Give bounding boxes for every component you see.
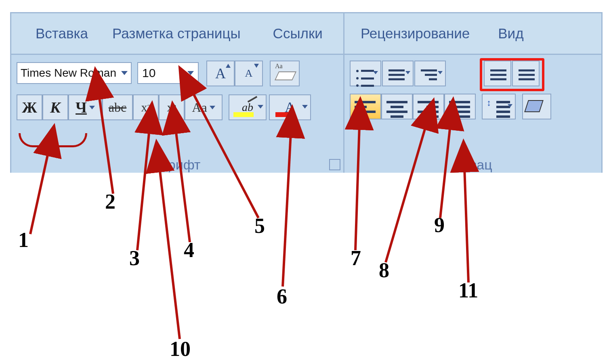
line-spacing-button[interactable]: ↕ — [482, 94, 516, 119]
chevron-down-icon — [89, 106, 95, 109]
numbered-list-button[interactable] — [382, 61, 414, 86]
ribbon-tabs-left: Вставка Разметка страницы Ссылки — [11, 13, 344, 55]
align-left-button[interactable] — [350, 94, 381, 119]
align-left-icon — [355, 98, 376, 120]
font-color-swatch — [275, 112, 295, 117]
font-size-combo[interactable]: 10 — [137, 62, 199, 84]
chevron-down-icon — [302, 105, 308, 109]
font-size-value: 10 — [142, 66, 155, 80]
italic-button[interactable]: К — [42, 94, 68, 120]
highlight-color-button[interactable]: ab — [229, 94, 267, 120]
annotation-label-9: 9 — [434, 213, 445, 237]
chevron-down-icon — [210, 106, 215, 109]
paint-bucket-icon — [524, 100, 544, 112]
font-group-title: Шрифт — [11, 157, 344, 173]
annotation-label-10: 10 — [170, 337, 191, 361]
decrease-indent-button[interactable] — [484, 61, 511, 86]
tab-references[interactable]: Ссылки — [273, 25, 323, 42]
chevron-down-icon — [508, 104, 512, 107]
annotation-label-8: 8 — [379, 258, 389, 282]
increase-indent-button[interactable] — [512, 61, 540, 86]
chevron-down-icon — [373, 71, 378, 74]
paragraph-group-body: ↕ Абзац — [344, 55, 601, 173]
increase-indent-icon — [519, 67, 535, 83]
annotation-label-5: 5 — [254, 214, 265, 238]
annotation-label-6: 6 — [277, 285, 287, 308]
chevron-down-icon — [258, 105, 263, 109]
annotation-label-1: 1 — [18, 228, 29, 252]
annotation-label-7: 7 — [351, 246, 361, 270]
decrease-indent-icon — [490, 67, 506, 83]
align-right-icon — [418, 98, 439, 120]
brace-1 — [19, 133, 87, 147]
svg-line-10 — [464, 167, 468, 282]
superscript-digit: 2 — [173, 104, 176, 111]
letter-x: x — [141, 100, 147, 114]
bold-button[interactable]: Ж — [17, 94, 42, 120]
font-dialog-launcher[interactable] — [329, 159, 340, 170]
highlight-swatch — [233, 112, 254, 117]
align-center-icon — [386, 98, 407, 120]
grow-font-button[interactable]: A — [206, 61, 235, 86]
superscript-button[interactable]: x2 — [159, 94, 185, 120]
chevron-down-icon — [121, 71, 128, 75]
font-group-body: Times New Roman 10 A A Ж К Ч abc — [11, 55, 344, 173]
font-name-combo[interactable]: Times New Roman — [17, 62, 132, 84]
arrows-vertical-icon: ↕ — [487, 98, 491, 108]
chevron-down-icon — [187, 71, 194, 75]
eraser-icon — [277, 67, 293, 79]
annotation-label-11: 11 — [458, 278, 478, 302]
font-color-button[interactable]: A — [269, 94, 311, 120]
subscript-digit: 2 — [147, 104, 151, 111]
letter-x: x — [167, 100, 173, 114]
clear-formatting-button[interactable] — [270, 61, 300, 86]
tab-insert[interactable]: Вставка — [36, 25, 88, 42]
font-name-value: Times New Roman — [21, 67, 116, 79]
justify-button[interactable] — [444, 94, 476, 119]
underline-button[interactable]: Ч — [68, 94, 102, 120]
annotation-label-3: 3 — [129, 246, 140, 270]
tab-page-layout[interactable]: Разметка страницы — [112, 25, 241, 42]
chevron-down-icon — [438, 71, 443, 74]
multilevel-list-button[interactable] — [414, 61, 446, 86]
bulleted-list-icon — [356, 67, 374, 89]
ribbon-tabs-right: Рецензирование Вид — [344, 13, 601, 55]
justify-icon — [449, 98, 470, 120]
tab-review[interactable]: Рецензирование — [361, 25, 470, 42]
svg-line-9 — [160, 167, 180, 339]
chevron-down-icon — [405, 71, 410, 74]
annotation-label-4: 4 — [184, 238, 194, 262]
shrink-font-button[interactable]: A — [235, 61, 263, 86]
numbered-list-icon — [388, 67, 405, 83]
paragraph-ribbon-segment: Рецензирование Вид — [343, 12, 603, 173]
multilevel-list-icon — [421, 67, 437, 83]
align-center-button[interactable] — [381, 94, 413, 119]
subscript-button[interactable]: x2 — [133, 94, 159, 120]
change-case-button[interactable]: Aa — [185, 94, 223, 120]
strikethrough-button[interactable]: abc — [102, 94, 133, 120]
annotation-label-2: 2 — [105, 190, 116, 213]
font-ribbon-segment: Вставка Разметка страницы Ссылки Times N… — [10, 12, 346, 173]
paragraph-group-title: Абзац — [344, 157, 601, 173]
shading-button[interactable] — [522, 94, 551, 119]
line-spacing-icon — [496, 98, 510, 120]
align-right-button[interactable] — [413, 94, 444, 119]
change-case-label: Aa — [192, 100, 207, 115]
tab-view[interactable]: Вид — [498, 25, 523, 42]
underline-label: Ч — [76, 98, 87, 116]
bulleted-list-button[interactable] — [350, 61, 381, 86]
